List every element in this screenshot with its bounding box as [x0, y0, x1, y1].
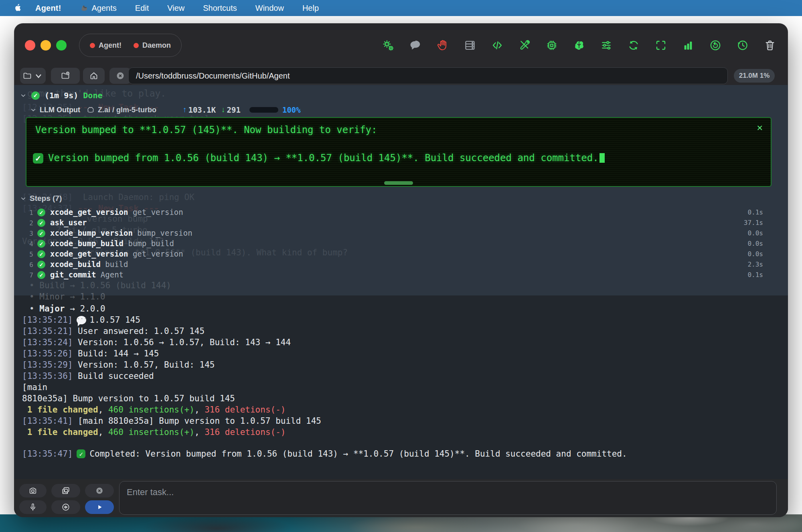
clear-path-button[interactable] — [109, 68, 131, 84]
menu-app-name[interactable]: Agent! — [35, 4, 61, 13]
app-window: Agent! Daemon — [14, 23, 788, 517]
log-line: 1 file changed, 460 insertions(+), 316 d… — [22, 427, 286, 437]
menu-item-agents[interactable]: Agents — [80, 4, 117, 13]
step-check-icon: ✓ — [37, 271, 45, 279]
step-duration: 37.1s — [744, 219, 763, 227]
terminal-line-2: Version bumped from 1.0.56 (build 143) →… — [48, 152, 605, 164]
task-state: Done — [83, 91, 102, 100]
step-row[interactable]: 5✓ xcode_get_version get_version 0.0s — [14, 249, 788, 260]
task-input[interactable] — [119, 481, 777, 515]
apple-menu-icon[interactable] — [14, 3, 23, 13]
zoom-window-button[interactable] — [56, 40, 67, 51]
terminal-output-box[interactable]: Version bumped to **1.0.57 (145)**. Now … — [26, 117, 772, 187]
bar-chart-icon[interactable] — [682, 39, 694, 51]
log-line: • Major → 2.0.0 — [29, 304, 105, 314]
tab-daemon[interactable]: Daemon — [134, 41, 171, 50]
chevron-down-icon[interactable] — [20, 92, 26, 99]
step-check-icon: ✓ — [37, 219, 45, 227]
folder-menu-button[interactable] — [20, 68, 46, 84]
menu-item-window[interactable]: Window — [255, 4, 284, 13]
step-name: git_commit — [50, 270, 96, 279]
step-row[interactable]: 2✓ ask_user 37.1s — [14, 218, 788, 229]
step-detail: get_version — [128, 208, 183, 216]
tokens-out-count: 291 — [227, 105, 241, 114]
step-name: xcode_bump_version — [50, 229, 133, 237]
log-line: [main — [22, 382, 47, 392]
path-input[interactable] — [128, 67, 728, 84]
sliders-icon[interactable] — [600, 39, 612, 51]
code-icon[interactable] — [491, 39, 503, 51]
model-brain-icon — [87, 106, 95, 114]
chevron-down-icon — [34, 71, 43, 81]
step-name: xcode_get_version — [50, 249, 128, 258]
terminal-close-button[interactable]: ✕ — [757, 122, 763, 133]
step-check-icon: ✓ — [37, 229, 45, 237]
tools-icon[interactable] — [518, 39, 531, 51]
step-detail: build — [101, 260, 128, 269]
refresh-icon[interactable] — [628, 39, 640, 51]
chat-bubble-icon[interactable] — [409, 39, 421, 51]
steps-header[interactable]: Steps (7) — [20, 194, 62, 203]
brain-icon[interactable] — [573, 39, 585, 51]
stop-hand-icon[interactable] — [437, 39, 449, 51]
close-window-button[interactable] — [25, 40, 35, 51]
run-task-button[interactable] — [85, 500, 114, 514]
daemon-status-dot — [134, 43, 139, 48]
cpu-icon[interactable] — [546, 39, 558, 51]
voice-mode-button[interactable] — [51, 500, 80, 514]
step-row[interactable]: 6✓ xcode_build build 2.3s — [14, 260, 788, 270]
tab-agent[interactable]: Agent! — [90, 41, 122, 50]
photos-button[interactable] — [51, 484, 80, 498]
step-row[interactable]: 7✓ git_commit Agent 0.1s — [14, 270, 788, 281]
chevron-down-icon[interactable] — [30, 107, 36, 113]
log-line: [13:35:26] Build: 144 → 145 — [22, 349, 159, 358]
log-line: 8810e35a] Bump version to 1.0.57 build 1… — [22, 394, 235, 403]
window-tab-switcher: Agent! Daemon — [79, 34, 182, 57]
fullscreen-icon[interactable] — [655, 39, 667, 51]
log-line: 1 file changed, 460 insertions(+), 316 d… — [22, 405, 286, 415]
llm-output-row[interactable]: LLM Output Z.ai / glm-5-turbo ↑ 103.1K ↓… — [30, 104, 301, 115]
menu-item-help[interactable]: Help — [302, 4, 319, 13]
trash-icon[interactable] — [764, 39, 776, 51]
llm-progress-percent: 100% — [282, 105, 301, 114]
chevron-down-icon[interactable] — [20, 195, 26, 202]
log-line: [13:35:24] Version: 1.0.56 → 1.0.57, Bui… — [22, 338, 291, 347]
speech-bubble-icon — [77, 316, 86, 324]
server-icon[interactable] — [464, 39, 476, 51]
terminal-resize-grip[interactable] — [384, 181, 413, 185]
x-circle-icon — [115, 71, 125, 81]
new-folder-button[interactable] — [51, 68, 80, 84]
check-emoji-icon — [77, 449, 85, 458]
task-done-check-icon: ✓ — [31, 91, 40, 100]
home-button[interactable] — [83, 68, 105, 84]
menu-item-shortcuts[interactable]: Shortcuts — [203, 4, 237, 13]
camera-icon — [28, 486, 37, 495]
step-name: ask_user — [50, 218, 87, 227]
undo-icon[interactable] — [709, 39, 721, 51]
clear-task-button[interactable] — [85, 484, 114, 498]
microphone-button[interactable] — [19, 500, 47, 514]
folder-plus-icon — [61, 71, 70, 81]
x-circle-icon — [95, 486, 104, 495]
log-line: [13:35:21]1.0.57 145 — [22, 315, 140, 325]
task-output-panel[interactable]: game they'd like to play. [12:12:25] ---… — [14, 85, 788, 479]
menu-item-edit[interactable]: Edit — [135, 4, 149, 13]
ghost-line: • Minor → 1.1.0 — [29, 292, 105, 301]
tokens-in-arrow-icon: ↑ — [183, 105, 187, 114]
menu-item-view[interactable]: View — [167, 4, 184, 13]
task-input-bar — [14, 479, 788, 517]
minimize-window-button[interactable] — [41, 40, 51, 51]
title-bar: Agent! Daemon — [14, 23, 788, 67]
photos-icon — [61, 486, 70, 495]
screenshot-button[interactable] — [19, 484, 47, 498]
step-row[interactable]: 4✓ xcode_bump_build bump_build 0.0s — [14, 239, 788, 249]
llm-output-label: LLM Output — [40, 106, 80, 114]
history-icon[interactable] — [737, 39, 749, 51]
step-row[interactable]: 1✓ xcode_get_version get_version 0.1s — [14, 208, 788, 218]
log-line: [13:35:41] [main 8810e35a] Bump version … — [22, 416, 321, 426]
step-row[interactable]: 3✓ xcode_bump_version bump_version 0.0s — [14, 229, 788, 239]
task-status-row[interactable]: ✓ (1m 9s) Done — [20, 91, 102, 100]
path-bar: 21.0M 1% — [14, 67, 788, 86]
step-detail: get_version — [128, 249, 183, 258]
gears-icon[interactable] — [382, 39, 394, 51]
